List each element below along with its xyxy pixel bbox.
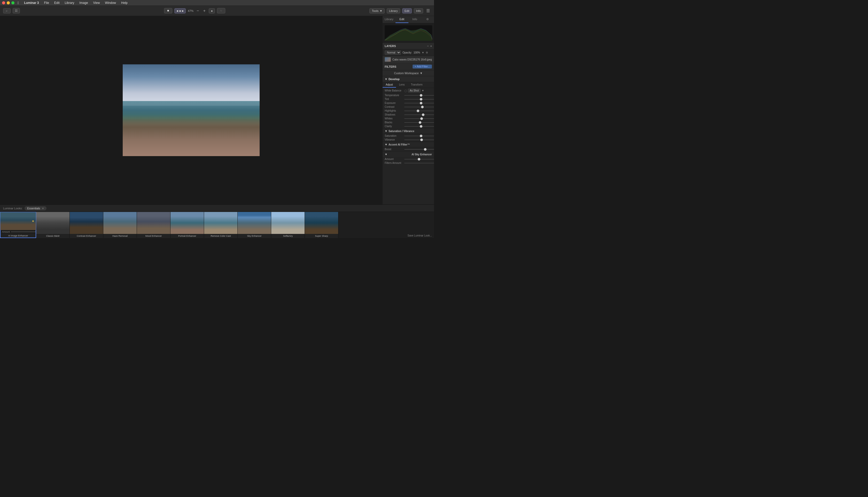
look-item-super-sharp[interactable]: Super Sharp <box>305 212 338 238</box>
panel-edit-tab[interactable]: Edit <box>402 8 412 13</box>
view-toggle[interactable]: ☷ <box>13 8 20 13</box>
tint-label: Tint <box>385 98 403 101</box>
menu-image[interactable]: Image <box>78 1 89 5</box>
amount-row: Amount 100 <box>0 230 36 233</box>
panel-icon-button[interactable]: ☰ <box>425 8 431 14</box>
saturation-vibrance-collapse-icon: ▼ <box>385 129 388 132</box>
panel-library-tab[interactable]: Library <box>387 8 400 13</box>
look-item-sky-enhancer[interactable]: Sky Enhancer <box>238 212 271 238</box>
develop-header[interactable]: ▼ Develop <box>382 76 434 82</box>
zoom-out-button[interactable]: − <box>196 8 200 14</box>
essentials-tab[interactable]: Essentials ✕ <box>25 206 46 210</box>
tab-info[interactable]: Info <box>408 16 421 23</box>
photo-canvas <box>123 65 260 156</box>
vibrance-slider[interactable] <box>404 140 434 140</box>
histogram-canvas <box>385 25 432 41</box>
fullscreen-button[interactable] <box>11 1 14 4</box>
saturation-slider[interactable] <box>404 136 434 136</box>
look-thumbnail-soft-airy <box>271 212 305 234</box>
layers-header[interactable]: LAYERS − + <box>382 43 434 49</box>
menu-edit[interactable]: Edit <box>53 1 61 5</box>
menu-file[interactable]: File <box>43 1 50 5</box>
menu-library[interactable]: Library <box>64 1 75 5</box>
look-item-remove-color-cast[interactable]: Remove Color Cast <box>204 212 238 238</box>
layers-plus-icon[interactable]: + <box>430 44 432 47</box>
develop-mode-button[interactable]: ■ ■ ■ <box>174 8 186 13</box>
app-name[interactable]: Luminar 3 <box>23 1 40 5</box>
look-label-super-sharp: Super Sharp <box>305 234 338 238</box>
boost-slider[interactable] <box>404 149 434 150</box>
look-thumbnail-super-sharp <box>305 212 338 234</box>
layer-item[interactable]: Cabo waves DSC05176 16x9.jpeg <box>382 56 434 63</box>
blacks-row: Blacks -11 <box>382 120 434 124</box>
canvas-area[interactable] <box>0 16 382 204</box>
boost-row: Boost 64 <box>382 147 434 151</box>
filters-amount-slider[interactable] <box>404 163 434 164</box>
contrast-slider[interactable] <box>404 107 434 107</box>
blend-mode-select[interactable]: Normal <box>385 51 401 55</box>
boost-label: Boost <box>385 148 403 151</box>
dev-tab-lens[interactable]: Lens <box>396 82 408 88</box>
crop-button[interactable]: ◽ <box>164 8 172 13</box>
look-item-haze-removal[interactable]: Haze Removal <box>103 212 137 238</box>
panel-info-tab[interactable]: Info <box>414 8 423 13</box>
menu-help[interactable]: Help <box>120 1 129 5</box>
photo-rocks-layer <box>123 115 260 156</box>
filters-amount-label: Filters Amount <box>385 161 403 165</box>
add-filter-button[interactable]: + Add Filter... <box>413 65 432 69</box>
back-button[interactable]: ← <box>3 8 11 13</box>
highlights-slider[interactable] <box>404 111 434 111</box>
look-item-soft-airy[interactable]: Soft&Airy <box>271 212 305 238</box>
tint-slider[interactable] <box>404 99 434 100</box>
look-item-mood-enhancer[interactable]: Mood Enhancer <box>137 212 171 238</box>
menu-view[interactable]: View <box>92 1 101 5</box>
layers-minus-icon[interactable]: − <box>427 44 429 47</box>
clarity-slider[interactable] <box>404 126 434 127</box>
look-label-ai-image: AI Image Enhancer <box>0 233 36 238</box>
ai-sky-header[interactable]: ▼ AI Sky Enhancer <box>382 151 434 157</box>
zoom-in-button[interactable]: + <box>202 8 206 14</box>
compare-button[interactable]: ◾ <box>217 8 225 13</box>
dev-tab-adjust[interactable]: Adjust <box>382 82 396 88</box>
ai-sky-amount-label: Amount <box>385 158 403 160</box>
look-label-contrast: Contrast Enhancer <box>70 234 103 238</box>
minimize-button[interactable] <box>7 1 10 4</box>
ai-sky-amount-slider[interactable] <box>404 159 434 159</box>
look-item-classic-bw[interactable]: Classic B&W <box>36 212 70 238</box>
essentials-tab-close-icon[interactable]: ✕ <box>42 207 44 210</box>
workspace-selector[interactable]: Custom Workspace ▼ <box>382 70 434 76</box>
white-balance-value[interactable]: As Shot <box>408 89 421 93</box>
exposure-slider[interactable] <box>404 103 434 103</box>
tools-chevron-icon: ▼ <box>379 9 382 12</box>
favorite-star-icon[interactable]: ★ <box>32 219 34 223</box>
shadows-slider[interactable] <box>404 114 434 115</box>
eyedropper-icon[interactable]: ◌ <box>404 89 407 93</box>
menu-window[interactable]: Window <box>104 1 117 5</box>
temperature-slider[interactable] <box>404 95 434 96</box>
preview-toggle[interactable]: ● <box>209 8 215 13</box>
close-button[interactable] <box>2 1 5 4</box>
accent-ai-header[interactable]: ▼ Accent AI Filter™ <box>382 142 434 147</box>
layer-settings-icon[interactable]: ⚙ <box>426 51 428 54</box>
look-item-portrait-enhancer[interactable]: Portrait Enhancer <box>171 212 204 238</box>
look-item-contrast-enhancer[interactable]: Contrast Enhancer <box>70 212 103 238</box>
look-item-ai-image-enhancer[interactable]: ★ Amount 100 AI Image Enhancer <box>0 212 36 238</box>
whites-slider[interactable] <box>404 118 434 119</box>
apple-menu[interactable]:  <box>17 1 19 5</box>
save-luminar-look-button[interactable]: Save Luminar Look... <box>406 233 434 238</box>
look-label-color-cast: Remove Color Cast <box>204 234 237 238</box>
saturation-vibrance-title: Saturation / Vibrance <box>389 130 414 132</box>
svg-marker-0 <box>385 28 432 41</box>
blacks-slider[interactable] <box>404 122 434 123</box>
tab-library[interactable]: Library <box>382 16 395 23</box>
dev-tab-transform[interactable]: Transform <box>408 82 425 88</box>
workspace-label: Custom Workspace <box>394 72 419 75</box>
highlights-label: Highlights <box>385 109 403 112</box>
filmstrip-area: Luminar Looks: Essentials ✕ ★ Amount 100… <box>0 204 434 238</box>
right-panel: Library Edit Info ⚙ LAYE <box>382 16 434 204</box>
tab-icons[interactable]: ⚙ <box>421 16 434 23</box>
layer-name: Cabo waves DSC05176 16x9.jpeg <box>392 58 432 61</box>
tools-button[interactable]: Tools ▼ <box>370 8 385 13</box>
saturation-vibrance-header[interactable]: ▼ Saturation / Vibrance <box>382 128 434 134</box>
tab-edit[interactable]: Edit <box>395 16 408 23</box>
